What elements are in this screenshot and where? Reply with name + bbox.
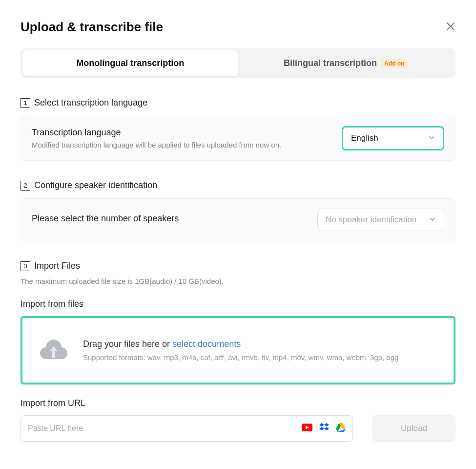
upload-button[interactable]: Upload xyxy=(373,415,455,442)
file-dropzone[interactable]: Drag your files here or select documents… xyxy=(21,316,455,384)
step-number: 3 xyxy=(21,261,30,271)
speaker-title: Please select the number of speakers xyxy=(32,213,179,224)
supported-formats: Supported formats: wav, mp3, m4a, caf, a… xyxy=(83,353,398,362)
language-title: Transcription language xyxy=(32,128,281,138)
speaker-select[interactable]: No speaker identification xyxy=(317,209,444,231)
svg-marker-7 xyxy=(324,427,329,430)
drop-instruction: Drag your files here or select documents xyxy=(83,339,398,349)
language-subtitle: Modified transcription language will be … xyxy=(32,141,281,149)
language-selected-value: English xyxy=(351,133,378,143)
speaker-panel: Please select the number of speakers No … xyxy=(21,198,455,241)
url-input[interactable] xyxy=(28,424,302,433)
select-documents-link[interactable]: select documents xyxy=(172,339,241,349)
addon-badge: Add on xyxy=(381,59,408,68)
transcription-tabs: Monolingual transcription Bilingual tran… xyxy=(21,48,455,78)
tab-bilingual[interactable]: Bilingual transcription Add on xyxy=(238,50,454,76)
cloud-upload-icon xyxy=(40,338,67,363)
tab-monolingual[interactable]: Monolingual transcription xyxy=(22,50,238,76)
svg-marker-6 xyxy=(319,427,324,430)
step-number: 2 xyxy=(21,181,30,191)
step-1-label: 1 Select transcription language xyxy=(21,98,455,108)
step-text: Configure speaker identification xyxy=(34,180,157,191)
close-icon xyxy=(446,21,455,31)
page-title: Upload & transcribe file xyxy=(21,20,163,35)
import-url-heading: Import from URL xyxy=(21,398,455,408)
language-panel: Transcription language Modified transcri… xyxy=(21,116,455,161)
close-button[interactable] xyxy=(446,21,455,33)
tab-label: Bilingual transcription xyxy=(284,58,377,68)
svg-marker-5 xyxy=(324,423,329,426)
youtube-icon[interactable] xyxy=(302,424,312,433)
url-input-container xyxy=(21,415,353,442)
dropbox-icon[interactable] xyxy=(319,423,329,434)
language-select[interactable]: English xyxy=(342,126,444,150)
tab-label: Monolingual transcription xyxy=(76,58,184,68)
step-2-label: 2 Configure speaker identification xyxy=(21,180,455,191)
file-size-hint: The maximum uploaded file size is 1GB(au… xyxy=(21,277,455,285)
chevron-down-icon xyxy=(428,134,435,143)
speaker-selected-value: No speaker identification xyxy=(326,215,416,225)
step-3-label: 3 Import Files xyxy=(21,261,455,271)
import-files-heading: Import from files xyxy=(21,299,455,309)
step-number: 1 xyxy=(21,98,30,108)
step-text: Select transcription language xyxy=(34,98,147,108)
google-drive-icon[interactable] xyxy=(336,423,346,434)
chevron-down-icon xyxy=(429,216,436,224)
svg-marker-4 xyxy=(319,423,324,426)
step-text: Import Files xyxy=(34,261,80,271)
